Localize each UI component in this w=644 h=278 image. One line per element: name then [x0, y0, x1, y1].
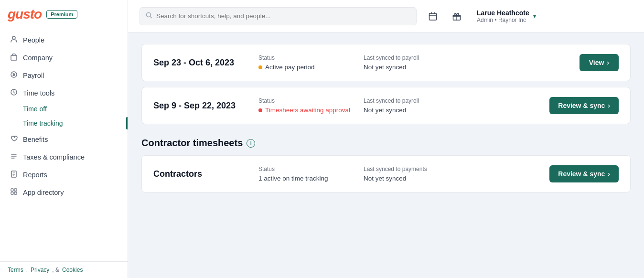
contractor-info-icon[interactable]: i	[247, 139, 255, 148]
review-sync-label-contractor: Review & sync	[558, 170, 605, 178]
premium-badge: Premium	[46, 10, 77, 19]
sidebar-item-people[interactable]: People	[0, 31, 128, 49]
sync-value-1: Not yet synced	[364, 64, 580, 71]
sidebar-item-benefits-label: Benefits	[23, 136, 48, 143]
review-sync-label-1: Review & sync	[558, 102, 605, 109]
payroll-icon	[10, 71, 18, 80]
contractor-sync-value: Not yet synced	[364, 175, 549, 182]
view-icon-1: ›	[607, 59, 609, 66]
status-dot-active-1	[258, 65, 262, 69]
sidebar-item-time-off-label: Time off	[23, 105, 47, 113]
review-sync-icon-1: ›	[608, 102, 610, 109]
topbar-icons	[424, 8, 465, 25]
user-text: Larue Heathcote Admin • Raynor Inc	[477, 9, 529, 23]
benefits-icon	[10, 135, 18, 144]
contractor-sync-label: Last synced to payments	[364, 166, 549, 172]
pay-period-card-2: Sep 9 - Sep 22, 2023 Status Timesheets a…	[141, 87, 631, 124]
cookies-link[interactable]: Cookies	[62, 267, 83, 273]
search-input[interactable]	[156, 12, 410, 20]
review-sync-icon-contractor: ›	[608, 170, 610, 178]
search-bar[interactable]	[140, 7, 417, 25]
footer-sep1: ,	[26, 267, 28, 273]
sidebar-item-company[interactable]: Company	[0, 49, 128, 66]
contractor-status-block: Status 1 active on time tracking	[258, 166, 364, 182]
main-area: Larue Heathcote Admin • Raynor Inc ▾ Sep…	[128, 0, 644, 278]
user-role: Admin • Raynor Inc	[477, 17, 529, 23]
sidebar-item-app-directory[interactable]: App directory	[0, 183, 128, 201]
sync-block-2: Last synced to payroll Not yet synced	[364, 97, 549, 114]
contractor-sync-block: Last synced to payments Not yet synced	[364, 166, 549, 182]
period-date-2: Sep 9 - Sep 22, 2023	[153, 101, 258, 111]
sidebar-item-taxes-label: Taxes & compliance	[23, 153, 85, 161]
sidebar-nav: People Company Payroll Time tools Time o…	[0, 27, 128, 261]
contractor-section-title: Contractor timesheets i	[141, 138, 631, 149]
status-text-2: Timesheets awaiting approval	[265, 107, 350, 114]
sidebar-item-reports-label: Reports	[23, 171, 47, 179]
status-value-2: Timesheets awaiting approval	[258, 107, 364, 114]
app-directory-icon	[10, 188, 18, 197]
period-status-block-1: Status Active pay period	[258, 54, 364, 71]
sync-value-2: Not yet synced	[364, 107, 549, 114]
svg-rect-6	[14, 189, 17, 191]
sidebar-item-taxes[interactable]: Taxes & compliance	[0, 148, 128, 166]
sidebar-item-reports[interactable]: Reports	[0, 166, 128, 183]
calendar-icon-btn[interactable]	[424, 8, 441, 25]
sync-label-2: Last synced to payroll	[364, 97, 549, 104]
sidebar-item-people-label: People	[23, 36, 44, 44]
contractor-status-text: 1 active on time tracking	[258, 175, 328, 182]
pay-period-card-1: Sep 23 - Oct 6, 2023 Status Active pay p…	[141, 44, 631, 81]
company-icon	[10, 53, 18, 62]
status-label-1: Status	[258, 54, 364, 61]
sidebar-item-payroll-label: Payroll	[23, 72, 44, 79]
period-status-block-2: Status Timesheets awaiting approval	[258, 97, 364, 114]
content: Sep 23 - Oct 6, 2023 Status Active pay p…	[128, 32, 644, 278]
sidebar-item-company-label: Company	[23, 54, 53, 62]
sync-label-1: Last synced to payroll	[364, 54, 580, 61]
view-button-1[interactable]: View ›	[580, 54, 619, 71]
sidebar-item-benefits[interactable]: Benefits	[0, 130, 128, 148]
sidebar-item-time-tools-label: Time tools	[23, 89, 54, 97]
search-icon	[146, 12, 152, 20]
sidebar-item-payroll[interactable]: Payroll	[0, 66, 128, 84]
privacy-link[interactable]: Privacy	[31, 267, 49, 273]
svg-rect-8	[14, 192, 17, 194]
contractor-card: Contractors Status 1 active on time trac…	[141, 155, 631, 192]
status-value-1: Active pay period	[258, 64, 364, 71]
svg-rect-7	[11, 192, 13, 194]
taxes-icon	[10, 152, 18, 161]
sidebar-item-time-tools[interactable]: Time tools	[0, 84, 128, 102]
sync-block-1: Last synced to payroll Not yet synced	[364, 54, 580, 71]
time-tools-icon	[10, 88, 18, 97]
reports-icon	[10, 170, 18, 179]
contractor-status-label: Status	[258, 166, 364, 172]
user-info[interactable]: Larue Heathcote Admin • Raynor Inc ▾	[473, 6, 540, 26]
sidebar-footer: Terms , Privacy , & Cookies	[0, 261, 128, 278]
topbar: Larue Heathcote Admin • Raynor Inc ▾	[128, 0, 644, 32]
sidebar-item-time-tracking[interactable]: Time tracking	[0, 116, 128, 130]
gift-icon-btn[interactable]	[448, 8, 465, 25]
period-date-1: Sep 23 - Oct 6, 2023	[153, 58, 258, 68]
contractor-title-text: Contractor timesheets	[141, 138, 243, 149]
people-icon	[10, 35, 18, 44]
svg-point-9	[147, 13, 151, 17]
status-label-2: Status	[258, 97, 364, 104]
svg-rect-10	[429, 13, 437, 20]
svg-rect-1	[11, 55, 17, 60]
gusto-logo: gusto	[8, 7, 42, 22]
view-label-1: View	[589, 59, 604, 66]
svg-rect-5	[11, 189, 13, 191]
footer-sep2: , &	[52, 267, 59, 273]
contractor-label: Contractors	[153, 169, 258, 179]
status-text-1: Active pay period	[265, 64, 315, 71]
terms-link[interactable]: Terms	[8, 267, 23, 273]
sidebar: gusto Premium People Company Payroll	[0, 0, 128, 278]
status-dot-warning-2	[258, 108, 262, 112]
review-sync-button-1[interactable]: Review & sync ›	[549, 97, 619, 114]
svg-point-0	[12, 36, 15, 39]
sidebar-header: gusto Premium	[0, 0, 128, 27]
sidebar-item-time-off[interactable]: Time off	[0, 102, 128, 116]
sidebar-item-time-tracking-label: Time tracking	[23, 119, 63, 127]
contractor-status-value: 1 active on time tracking	[258, 175, 364, 182]
review-sync-button-contractor[interactable]: Review & sync ›	[549, 165, 619, 182]
sidebar-item-app-directory-label: App directory	[23, 189, 64, 196]
